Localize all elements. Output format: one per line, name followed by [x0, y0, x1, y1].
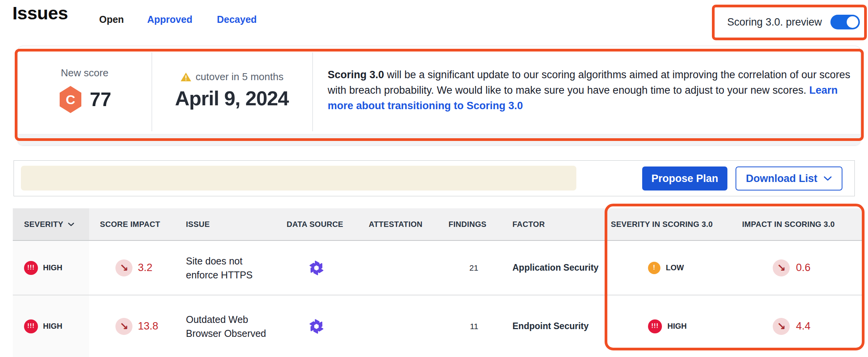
issue-title: Outdated Web Browser Observed	[186, 312, 270, 340]
scoring-description-body: will be a significant update to our scor…	[328, 69, 850, 96]
tab-open[interactable]: Open	[99, 14, 124, 25]
issue-cell[interactable]: Site does not enforce HTTPS	[176, 241, 281, 295]
banner-footer-strip	[18, 134, 860, 145]
impact-scoring3-cell: ↘ 4.4	[738, 295, 862, 357]
chevron-down-icon	[823, 176, 832, 181]
score-impact-cell: ↘ 3.2	[89, 241, 176, 295]
securityscorecard-logo-icon	[308, 318, 325, 335]
attestation-cell	[364, 241, 438, 295]
severity-label: HIGH	[43, 322, 62, 331]
toggle-knob	[847, 16, 858, 28]
impact-down-arrow-icon: ↘	[115, 259, 132, 276]
tab-approved[interactable]: Approved	[147, 14, 193, 25]
propose-plan-button[interactable]: Propose Plan	[642, 166, 727, 191]
scoring-preview-control: Scoring 3.0. preview	[720, 9, 860, 35]
impact-scoring3-value: 0.6	[796, 262, 811, 274]
severity-scoring3-label: HIGH	[667, 322, 687, 331]
issues-table: SEVERITY SCORE IMPACT ISSUE DATA SOURCE …	[13, 208, 862, 357]
description-section: Scoring 3.0 will be a significant update…	[328, 46, 851, 134]
column-header-severity[interactable]: SEVERITY	[13, 208, 89, 240]
column-header-attestation[interactable]: ATTESTATION	[364, 208, 438, 240]
score-impact-value: 13.8	[138, 320, 158, 332]
table-header-row: SEVERITY SCORE IMPACT ISSUE DATA SOURCE …	[13, 208, 862, 241]
factor-cell: Application Security	[500, 241, 605, 295]
issues-toolbar: Propose Plan Download List	[14, 160, 855, 196]
scoring-preview-toggle[interactable]	[830, 15, 860, 29]
severity-scoring3-cell: !!! HIGH	[605, 295, 738, 357]
severity-cell: !!! HIGH	[13, 295, 89, 357]
table-row[interactable]: !!! HIGH ↘ 13.8 Outdated Web Browser Obs…	[13, 295, 862, 357]
column-header-issue[interactable]: ISSUE	[176, 208, 281, 240]
filter-search-input[interactable]	[21, 166, 576, 191]
warning-icon	[180, 72, 192, 82]
findings-count: 21	[469, 263, 478, 273]
scoring-description-bold: Scoring 3.0	[328, 69, 384, 81]
factor-name: Endpoint Security	[512, 321, 589, 331]
tab-decayed[interactable]: Decayed	[217, 14, 257, 25]
impact-down-arrow-icon: ↘	[115, 318, 132, 335]
data-source-cell	[281, 295, 364, 357]
factor-name: Application Security	[512, 263, 598, 273]
impact-down-arrow-icon: ↘	[773, 259, 790, 276]
impact-scoring3-cell: ↘ 0.6	[738, 241, 862, 295]
severity-scoring3-label: LOW	[666, 263, 684, 272]
column-header-severity-scoring3[interactable]: SEVERITY IN SCORING 3.0	[605, 208, 738, 240]
cutover-label: cutover in 5 months	[196, 71, 284, 83]
download-list-button[interactable]: Download List	[736, 166, 842, 191]
new-score-value: 77	[90, 88, 112, 111]
issues-page: Issues Open Approved Decayed Scoring 3.0…	[0, 0, 868, 357]
findings-count: 11	[470, 322, 478, 331]
banner-divider	[312, 52, 313, 131]
scoring-description: Scoring 3.0 will be a significant update…	[328, 67, 851, 113]
severity-high-icon: !!!	[648, 319, 662, 333]
column-header-score-impact[interactable]: SCORE IMPACT	[89, 208, 176, 240]
sort-chevron-down-icon	[68, 222, 74, 227]
impact-scoring3-value: 4.4	[796, 320, 811, 332]
table-row[interactable]: !!! HIGH ↘ 3.2 Site does not enforce HTT…	[13, 241, 862, 295]
severity-label: HIGH	[43, 263, 62, 272]
new-score-label: New score	[61, 67, 108, 79]
findings-cell: 11	[438, 295, 500, 357]
download-list-label: Download List	[746, 173, 818, 185]
column-header-data-source[interactable]: DATA SOURCE	[281, 208, 364, 240]
grade-hexagon-icon: C	[58, 85, 83, 114]
severity-high-icon: !!!	[24, 261, 38, 275]
severity-scoring3-cell: ! LOW	[605, 241, 738, 295]
cutover-section: cutover in 5 months April 9, 2024	[151, 46, 312, 134]
score-impact-cell: ↘ 13.8	[89, 295, 176, 357]
issue-cell[interactable]: Outdated Web Browser Observed	[176, 295, 281, 357]
issue-title: Site does not enforce HTTPS	[186, 254, 270, 282]
findings-cell: 21	[438, 241, 500, 295]
scoring-banner: New score C 77 cutover in 5 months April…	[17, 46, 861, 146]
severity-high-icon: !!!	[24, 319, 38, 333]
column-header-factor[interactable]: FACTOR	[500, 208, 605, 240]
new-score-section: New score C 77	[18, 46, 151, 134]
factor-cell: Endpoint Security	[500, 295, 605, 357]
cutover-date: April 9, 2024	[175, 87, 289, 110]
impact-down-arrow-icon: ↘	[773, 318, 790, 335]
securityscorecard-logo-icon	[308, 259, 325, 276]
score-impact-value: 3.2	[138, 262, 153, 274]
column-header-findings[interactable]: FINDINGS	[438, 208, 500, 240]
column-header-impact-scoring3[interactable]: IMPACT IN SCORING 3.0	[738, 208, 862, 240]
svg-text:C: C	[65, 92, 75, 107]
scoring-preview-label: Scoring 3.0. preview	[727, 16, 822, 28]
severity-low-icon: !	[648, 262, 660, 274]
attestation-cell	[364, 295, 438, 357]
page-title: Issues	[12, 2, 68, 24]
severity-cell: !!! HIGH	[13, 241, 89, 295]
data-source-cell	[281, 241, 364, 295]
